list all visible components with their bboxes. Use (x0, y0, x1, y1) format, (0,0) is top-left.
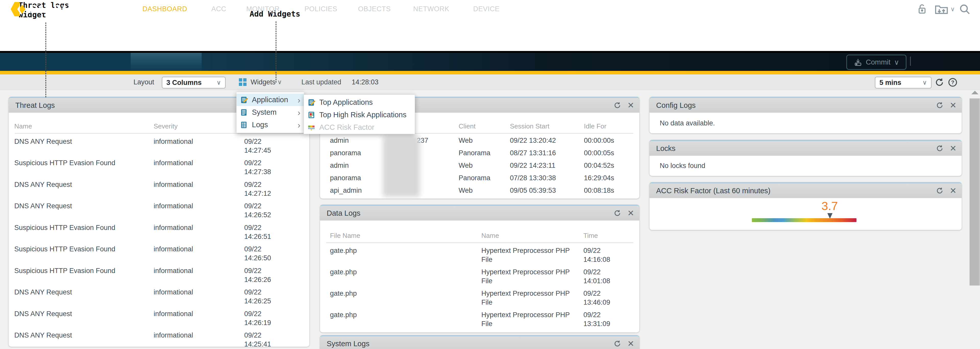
widget-refresh-icon[interactable] (936, 187, 943, 195)
column-header-session-start: Session Start (510, 122, 549, 130)
column-header-idle-for: Idle For (584, 122, 606, 130)
application-submenu: Top Applications Top High Risk Applicati… (304, 95, 415, 134)
widget-close-icon[interactable]: ✕ (950, 101, 956, 109)
widget-title: Config Logs (656, 101, 696, 109)
widget-close-icon[interactable]: ✕ (950, 144, 956, 152)
widget-title: ACC Risk Factor (Last 60 minutes) (656, 187, 770, 195)
top-applications-icon (307, 99, 315, 106)
top-high-risk-applications-icon (307, 111, 315, 119)
acc-risk-factor-icon (307, 124, 315, 131)
widget-close-icon[interactable]: ✕ (950, 187, 956, 195)
logs-widget-icon (240, 121, 248, 129)
question-glyph: ? (951, 79, 955, 85)
chevron-down-icon: ∨ (894, 58, 899, 67)
widget-close-icon[interactable]: ✕ (627, 209, 634, 217)
tab-objects[interactable]: OBJECTS (358, 0, 391, 18)
brand-title: PA-VM (30, 0, 67, 18)
commit-icon (854, 58, 862, 67)
refresh-interval-select[interactable]: 5 mins ∨ (875, 77, 932, 89)
layout-select[interactable]: 3 Columns ∨ (162, 77, 226, 89)
table-row: Suspicious HTTP Evasion Foundinformation… (9, 159, 309, 180)
config-transfer-icon[interactable] (935, 0, 950, 18)
menu-item-logs[interactable]: Logs › (237, 119, 304, 131)
acc-risk-header: ACC Risk Factor (Last 60 minutes) ✕ (649, 183, 962, 198)
tab-acc[interactable]: ACC (211, 0, 226, 18)
widgets-menu-button[interactable]: Widgets ∨ (251, 75, 282, 90)
risk-gauge-bar (752, 218, 856, 222)
submenu-item-top-high-risk-applications[interactable]: Top High Risk Applications (304, 109, 415, 121)
commit-button[interactable]: Commit ∨ (846, 55, 907, 70)
redacted-ip-column (383, 136, 420, 197)
risk-factor-value: 3.7 (821, 199, 838, 213)
refresh-icon[interactable] (935, 78, 944, 87)
tab-monitor[interactable]: MONITOR (246, 0, 280, 18)
table-row: Suspicious HTTP Evasion Foundinformation… (9, 245, 309, 266)
chevron-right-icon: › (298, 121, 301, 129)
nav-divider (910, 57, 911, 66)
header-separator (326, 243, 633, 243)
widget-close-icon[interactable]: ✕ (627, 101, 634, 109)
search-icon[interactable] (959, 0, 971, 18)
widgets-menu: Application › System › Logs › (236, 92, 304, 133)
widget-refresh-icon[interactable] (936, 102, 943, 109)
vertical-scrollbar[interactable] (969, 98, 980, 286)
column-header-severity: Severity (154, 122, 178, 130)
table-row: Suspicious HTTP Evasion Foundinformation… (9, 267, 309, 288)
widget-refresh-icon[interactable] (614, 102, 621, 109)
table-row: gate.php Hypertext Preprocessor PHPFile … (320, 246, 639, 268)
application-widget-icon (240, 96, 248, 104)
unlock-icon[interactable] (916, 0, 928, 18)
column-header-time: Time (584, 232, 598, 240)
table-row: DNS ANY Requestinformational 09/2214:27:… (9, 180, 309, 201)
last-updated-time: 14:28:03 (352, 75, 379, 90)
acc-risk-factor-widget: ACC Risk Factor (Last 60 minutes) ✕ 3.7 (649, 182, 962, 230)
tab-network[interactable]: NETWORK (413, 0, 449, 18)
header-separator (15, 133, 303, 133)
system-widget-icon (240, 109, 248, 116)
menu-item-application[interactable]: Application › (237, 94, 304, 106)
tab-policies[interactable]: POLICIES (304, 0, 337, 18)
table-row: admin237 Web09/22 13:20:4200:00:00s (320, 136, 639, 149)
table-row: gate.php Hypertext Preprocessor PHPFile … (320, 268, 639, 289)
config-logs-header: Config Logs ✕ (649, 98, 962, 113)
tab-device[interactable]: DEVICE (473, 0, 500, 18)
column-header-name: Name (481, 232, 499, 240)
widget-refresh-icon[interactable] (936, 144, 943, 152)
data-logs-header: Data Logs ✕ (320, 206, 639, 221)
table-row: DNS ANY Requestinformational 09/2214:25:… (9, 331, 309, 347)
annotation-line-threat-logs (45, 22, 46, 97)
system-logs-widget: System Logs ✕ (320, 335, 639, 349)
column-header-file-name: File Name (330, 232, 360, 240)
menu-item-system[interactable]: System › (237, 106, 304, 119)
table-row: DNS ANY Requestinformational 09/2214:26:… (9, 288, 309, 309)
chevron-down-icon[interactable]: ∨ (950, 0, 955, 18)
dashboard-toolbar: Layout 3 Columns ∨ Widgets ∨ Last update… (0, 75, 980, 90)
active-tab-highlight (130, 53, 202, 71)
column-header-name: Name (14, 122, 32, 130)
table-row: gate.php Hypertext Preprocessor PHPFile … (320, 289, 639, 311)
widget-title: System Logs (327, 339, 369, 348)
empty-message: No locks found (660, 162, 705, 170)
widget-refresh-icon[interactable] (614, 340, 621, 347)
table-row: api_admin Web09/05 05:39:5300:08:18s (320, 186, 639, 198)
layout-label: Layout (134, 75, 154, 90)
table-row: gate.php Hypertext Preprocessor PHPFile … (320, 311, 639, 332)
widget-title: Threat Logs (15, 101, 55, 109)
help-icon[interactable]: ? (948, 78, 958, 87)
pa-vm-dashboard: Threat logswidget Add Widgets PA-VM DASH… (0, 0, 980, 349)
system-logs-header: System Logs ✕ (320, 336, 639, 349)
widget-refresh-icon[interactable] (614, 209, 621, 217)
threat-logs-widget: Threat Logs ✕ Name Severity DNS ANY Requ… (9, 97, 309, 347)
locks-header: Locks ✕ (649, 141, 962, 156)
scrollbar-up-arrow-icon[interactable] (971, 91, 978, 94)
tab-dashboard[interactable]: DASHBOARD (142, 0, 187, 18)
data-logs-widget: Data Logs ✕ File Name Name Time gate.php… (320, 205, 639, 332)
submenu-item-acc-risk-factor[interactable]: ACC Risk Factor (304, 121, 415, 133)
submenu-item-top-applications[interactable]: Top Applications (304, 96, 415, 109)
widget-close-icon[interactable]: ✕ (627, 339, 634, 348)
table-row: DNS ANY Requestinformational 09/2214:26:… (9, 201, 309, 223)
empty-message: No data available. (660, 119, 715, 127)
widget-title: Data Logs (327, 209, 360, 217)
locks-widget: Locks ✕ No locks found (649, 140, 962, 176)
last-updated-label: Last updated (301, 75, 341, 90)
